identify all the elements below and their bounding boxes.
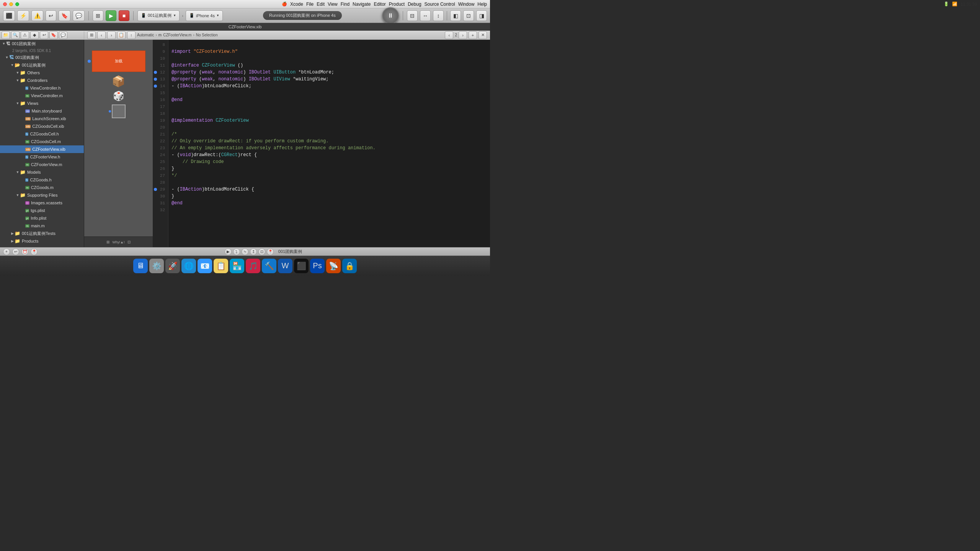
- sidebar-folder-icon-btn[interactable]: 📁: [2, 31, 10, 39]
- sidebar-item-czfooterview-xib[interactable]: xibCZFooterView.xib: [0, 145, 84, 153]
- layout-btn-3[interactable]: ↕: [433, 10, 444, 21]
- code-line-15[interactable]: [172, 90, 487, 96]
- ib-object-icon[interactable]: 🎲: [113, 91, 124, 101]
- dock-appstore[interactable]: 🏪: [230, 259, 244, 273]
- dock-launchpad[interactable]: 🚀: [165, 259, 180, 273]
- code-line-16[interactable]: @end: [172, 96, 487, 103]
- ib-canvas[interactable]: 加载 📦 🎲: [84, 40, 153, 236]
- dock-safari[interactable]: 🌐: [181, 259, 196, 273]
- navigator-toggle[interactable]: ⬛: [3, 10, 15, 21]
- dock-notes[interactable]: 📋: [214, 259, 228, 273]
- dock-1password[interactable]: 🔒: [342, 259, 357, 273]
- code-line-29[interactable]: - (IBAction)btnLoadMoreClick {: [172, 186, 487, 193]
- breakpoint-btn[interactable]: ⚡: [17, 10, 29, 21]
- menu-help[interactable]: Help: [477, 2, 487, 7]
- menu-xcode[interactable]: Xcode: [290, 2, 303, 7]
- menu-window[interactable]: Window: [458, 2, 475, 7]
- page-back-btn[interactable]: ‹: [445, 31, 453, 39]
- step-into-btn[interactable]: ⤷: [242, 248, 248, 255]
- menu-navigate[interactable]: Navigate: [353, 2, 371, 7]
- stop-button[interactable]: ■: [119, 10, 129, 21]
- layout-btn-1[interactable]: ⊟: [407, 10, 418, 21]
- editor-mode-btn[interactable]: ⊞: [93, 10, 103, 21]
- panel-left-btn[interactable]: ◧: [450, 10, 461, 21]
- menu-file[interactable]: File: [306, 2, 314, 7]
- sidebar-item-project-root[interactable]: ▼🏗001团购案例: [0, 54, 84, 61]
- maximize-button[interactable]: [15, 2, 19, 6]
- code-line-30[interactable]: }: [172, 193, 487, 200]
- sidebar-item-main-storyboard[interactable]: sbMain.storyboard: [0, 107, 84, 115]
- sidebar-item-czgoodscell-xib[interactable]: xibCZGoodsCell.xib: [0, 122, 84, 130]
- code-line-9[interactable]: #import "CZFooterView.h": [172, 48, 487, 55]
- scheme-selector[interactable]: 📱 001运购案例 ▼: [137, 10, 180, 21]
- page-forward-btn[interactable]: ›: [459, 31, 467, 39]
- sidebar-item-czgoods-m[interactable]: mCZGoods.m: [0, 184, 84, 191]
- panel-bottom-btn[interactable]: ⊡: [463, 10, 474, 21]
- sidebar-item-czfooterview-h[interactable]: hCZFooterView.h: [0, 153, 84, 161]
- sidebar-item-views[interactable]: ▼📁Views: [0, 99, 84, 107]
- vcs-btn[interactable]: 📋: [117, 31, 126, 39]
- code-line-27[interactable]: */: [172, 172, 487, 179]
- code-line-26[interactable]: }: [172, 165, 487, 172]
- breakpoint-dot-12[interactable]: [154, 71, 157, 74]
- debug-view-btn[interactable]: ⊡: [258, 248, 265, 255]
- code-line-12[interactable]: @property (weak, nonatomic) IBOutlet UIB…: [172, 69, 487, 76]
- source-control-btn[interactable]: ↩: [46, 10, 56, 21]
- dock-mail[interactable]: 📧: [198, 259, 212, 273]
- ib-toolbar-icon2[interactable]: ⊡: [127, 240, 131, 244]
- pause-button-large[interactable]: ⏸: [382, 7, 399, 24]
- jump-btn[interactable]: ↑: [127, 31, 136, 39]
- sidebar-search-btn[interactable]: 🔍: [11, 31, 20, 39]
- location-debug-btn[interactable]: 📍: [267, 248, 274, 255]
- editor-options-btn[interactable]: ↩: [12, 248, 19, 255]
- close-editor-btn[interactable]: ✕: [479, 31, 487, 39]
- sidebar-item-launchscreen[interactable]: xibLaunchScreen.xib: [0, 115, 84, 122]
- history-btn[interactable]: ⏰: [21, 248, 28, 255]
- sidebar-item-info-plist[interactable]: plInfo.plist: [0, 214, 84, 222]
- warning-btn[interactable]: ⚠️: [31, 10, 43, 21]
- sidebar-item-czgoodscell-m[interactable]: mCZGoodsCell.m: [0, 138, 84, 145]
- dock-terminal[interactable]: ⬛: [294, 259, 309, 273]
- code-line-10[interactable]: [172, 55, 487, 62]
- sidebar-item-products[interactable]: ▶📁Products: [0, 237, 84, 245]
- dock-photoshop[interactable]: Ps: [310, 259, 325, 273]
- sidebar-item-czfooterview-m[interactable]: mCZFooterView.m: [0, 161, 84, 168]
- code-line-31[interactable]: @end: [172, 200, 487, 207]
- dock-finder[interactable]: 🖥: [133, 259, 148, 273]
- sidebar-diamond-btn[interactable]: ◆: [30, 31, 39, 39]
- menu-find[interactable]: Find: [341, 2, 350, 7]
- add-target-btn[interactable]: +: [3, 248, 10, 255]
- code-line-24[interactable]: - (void)drawRect:(CGRect)rect {: [172, 152, 487, 158]
- ib-view-placeholder[interactable]: [112, 104, 126, 118]
- menu-source-control[interactable]: Source Control: [425, 2, 455, 7]
- code-editor[interactable]: 8910111213141516171819202122232425262728…: [153, 40, 490, 247]
- dock-xcode[interactable]: 🔨: [262, 259, 276, 273]
- code-line-23[interactable]: // An empty implementation adversely aff…: [172, 145, 487, 152]
- editor-mode-btn[interactable]: ⊞: [87, 31, 96, 39]
- code-line-20[interactable]: [172, 124, 487, 131]
- run-button[interactable]: ▶: [106, 10, 116, 21]
- sidebar-item-others[interactable]: ▼📁Others: [0, 69, 84, 77]
- code-line-21[interactable]: /*: [172, 131, 487, 138]
- step-over-btn[interactable]: ⤵: [233, 248, 240, 255]
- code-line-17[interactable]: [172, 103, 487, 110]
- nav-forward-btn[interactable]: ›: [107, 31, 116, 39]
- sidebar-bookmark-btn[interactable]: 🔖: [49, 31, 58, 39]
- sidebar-git-btn[interactable]: ↩: [40, 31, 48, 39]
- sidebar-item-tests-group[interactable]: ▶📁001运购案例Tests: [0, 230, 84, 237]
- sidebar-item-czgoodscell-h[interactable]: hCZGoodsCell.h: [0, 130, 84, 138]
- code-line-18[interactable]: [172, 110, 487, 117]
- dock-word[interactable]: W: [278, 259, 292, 273]
- ib-uiview-element[interactable]: 加载: [92, 51, 145, 72]
- code-line-14[interactable]: - (IBAction)btnLoadMoreClick;: [172, 83, 487, 90]
- add-editor-btn[interactable]: +: [469, 31, 477, 39]
- sidebar-comment-btn[interactable]: 💬: [59, 31, 67, 39]
- ib-toolbar-icon1[interactable]: ⊞: [106, 240, 109, 244]
- ib-cube-icon[interactable]: 📦: [112, 75, 125, 88]
- location-btn[interactable]: 📍: [31, 248, 38, 255]
- sidebar-project-root[interactable]: ▼ 🏗 001团购案例: [0, 40, 84, 47]
- dock-music[interactable]: 🎵: [246, 259, 260, 273]
- breakpoint-dot-14[interactable]: [154, 85, 157, 88]
- code-line-28[interactable]: [172, 179, 487, 186]
- sidebar-item-models[interactable]: ▼📁Models: [0, 168, 84, 176]
